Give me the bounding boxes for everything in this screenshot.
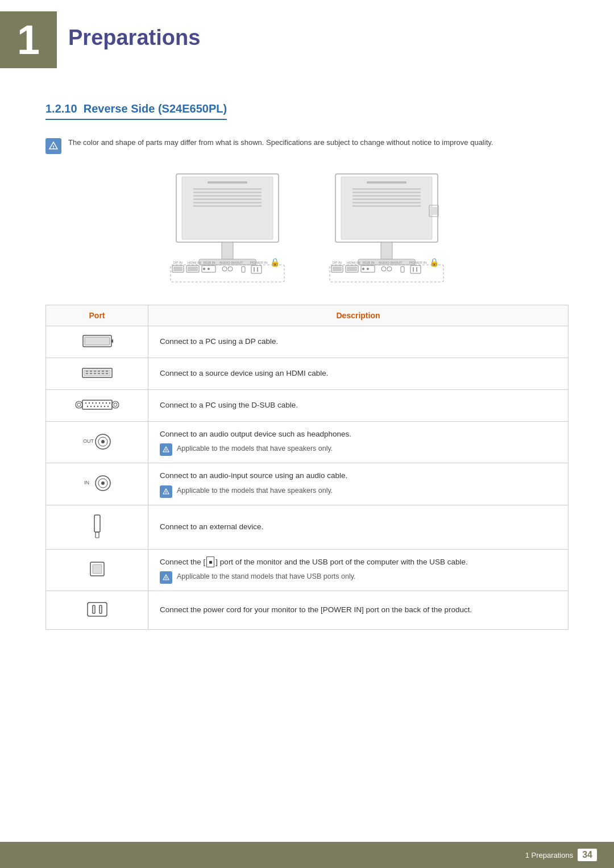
svg-rect-36 [352, 188, 421, 190]
desc-cell-audio-out: Connect to an audio output device such a… [148, 422, 569, 463]
svg-rect-3 [182, 177, 273, 239]
diagram-area: 🔒 DP IN HDMI IN RGB IN AUDIO IN/OUT POWE… [45, 165, 569, 290]
svg-point-108 [165, 451, 166, 452]
svg-point-1 [53, 148, 54, 149]
svg-text:AUDIO IN/OUT: AUDIO IN/OUT [219, 261, 243, 264]
svg-point-89 [95, 402, 96, 404]
sub-note-audio-out: Applicable to the models that have speak… [160, 443, 557, 456]
svg-rect-78 [90, 373, 92, 374]
svg-rect-38 [352, 195, 421, 197]
svg-rect-73 [94, 371, 96, 372]
footer-text: 1 Preparations [525, 851, 574, 859]
svg-point-84 [77, 403, 81, 406]
svg-point-91 [102, 402, 103, 404]
note-icon [45, 138, 61, 154]
svg-point-120 [165, 579, 166, 579]
svg-text:RGB IN: RGB IN [363, 261, 375, 264]
usb-inline-icon: ■ [206, 556, 214, 567]
port-cell-rgb [46, 390, 148, 422]
desc-cell-audio-in: Connect to an audio-input source using a… [148, 463, 569, 505]
svg-point-58 [362, 268, 364, 270]
svg-point-95 [90, 406, 91, 407]
sub-note-text-audio-in: Applicable to the models that have speak… [177, 485, 333, 496]
svg-rect-67 [85, 337, 110, 345]
svg-point-98 [100, 406, 101, 407]
svg-text:POWER IN: POWER IN [409, 261, 426, 264]
svg-rect-123 [99, 605, 102, 613]
svg-text:AUDIO IN/OUT: AUDIO IN/OUT [379, 261, 402, 264]
port-col-header: Port [46, 305, 148, 326]
svg-point-100 [107, 406, 108, 407]
svg-rect-62 [401, 267, 404, 272]
table-row: Connect the [■] port of the monitor and … [46, 549, 569, 591]
svg-point-112 [101, 481, 105, 485]
svg-point-87 [88, 402, 89, 404]
svg-rect-41 [352, 205, 421, 207]
svg-rect-5 [193, 188, 262, 190]
svg-text:IN: IN [84, 480, 89, 485]
svg-rect-75 [102, 371, 104, 372]
svg-rect-4 [208, 181, 247, 184]
svg-point-26 [208, 268, 210, 270]
svg-point-59 [367, 268, 369, 270]
svg-point-90 [98, 402, 99, 404]
svg-rect-8 [193, 198, 262, 200]
table-row: OUT Connect to an audio output device su… [46, 422, 569, 463]
svg-rect-9 [193, 202, 262, 203]
svg-point-27 [222, 267, 227, 271]
svg-rect-6 [193, 192, 262, 193]
table-row: Connect to a PC using a DP cable. [46, 326, 569, 358]
desc-cell-dp: Connect to a PC using a DP cable. [148, 326, 569, 358]
sub-note-text-usb: Applicable to the stand models that have… [177, 571, 356, 582]
desc-cell-kensington: Connect to an external device. [148, 505, 569, 549]
svg-rect-118 [93, 564, 102, 574]
desc-cell-power: Connect the power cord for your monitor … [148, 591, 569, 629]
svg-rect-116 [96, 532, 99, 538]
svg-point-97 [97, 406, 98, 407]
svg-point-114 [165, 493, 166, 493]
svg-rect-74 [98, 371, 100, 372]
svg-point-106 [101, 440, 105, 443]
svg-text:DP IN: DP IN [173, 261, 182, 264]
svg-rect-56 [347, 267, 357, 271]
svg-rect-40 [352, 202, 421, 203]
chapter-number: 1 [17, 19, 40, 60]
svg-rect-54 [333, 267, 342, 271]
svg-rect-72 [90, 371, 92, 372]
svg-rect-76 [106, 371, 108, 372]
svg-text:🔒: 🔒 [270, 258, 280, 267]
chapter-number-block: 1 [0, 11, 57, 68]
desc-cell-rgb: Connect to a PC using the D-SUB cable. [148, 390, 569, 422]
sub-note-icon-usb [160, 571, 172, 584]
table-row: IN Connect to an audio-input source usin… [46, 463, 569, 505]
page-header: 1 Preparations [0, 0, 614, 80]
svg-rect-30 [251, 265, 262, 273]
svg-text:OUT: OUT [83, 438, 94, 444]
svg-point-60 [381, 267, 386, 271]
svg-rect-122 [93, 605, 95, 613]
port-cell-power [46, 591, 148, 629]
svg-point-61 [387, 267, 392, 271]
desc-cell-hdmi: Connect to a source device using an HDMI… [148, 358, 569, 390]
svg-rect-11 [222, 242, 233, 259]
svg-rect-115 [94, 515, 100, 532]
svg-rect-80 [98, 373, 100, 374]
chapter-title: Preparations [68, 11, 200, 50]
desc-col-header: Description [148, 305, 569, 326]
svg-rect-21 [173, 267, 182, 271]
svg-text:🔒: 🔒 [429, 258, 439, 267]
sub-note-usb: Applicable to the stand models that have… [160, 571, 557, 584]
svg-rect-79 [94, 373, 96, 374]
svg-point-102 [114, 403, 117, 406]
svg-rect-82 [106, 373, 108, 374]
svg-rect-29 [242, 267, 245, 272]
desc-cell-usb: Connect the [■] port of the monitor and … [148, 549, 569, 591]
svg-rect-77 [86, 373, 88, 374]
svg-point-93 [109, 402, 110, 404]
svg-point-88 [92, 402, 93, 404]
svg-text:RGB IN: RGB IN [204, 261, 215, 264]
sub-note-text-audio-out: Applicable to the models that have speak… [177, 443, 333, 454]
svg-point-96 [93, 406, 94, 407]
svg-rect-63 [410, 265, 421, 273]
port-cell-audio-out: OUT [46, 422, 148, 463]
